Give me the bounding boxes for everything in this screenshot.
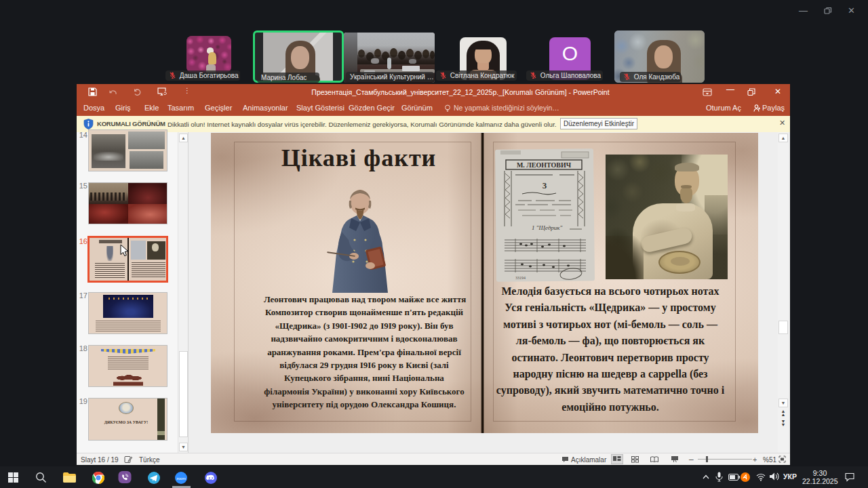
svg-text:1 "Щедрик": 1 "Щедрик" (532, 224, 562, 231)
svg-text:М. ЛЕОНТОВИЧ: М. ЛЕОНТОВИЧ (517, 161, 572, 169)
svg-text:33194: 33194 (515, 276, 526, 280)
svg-text:3: 3 (542, 180, 547, 190)
svg-text:zoom: zoom (176, 476, 186, 481)
